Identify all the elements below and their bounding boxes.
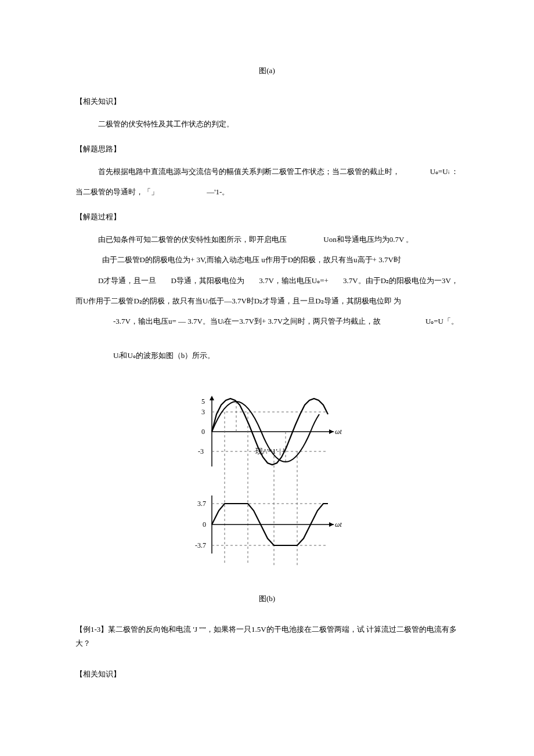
document-page: 图(a) 【相关知识】 二极管的伏安特性及其工作状态的判定。 【解题思路】 首先… [0,0,534,756]
idea-line-1-main: 首先根据电路中直流电源与交流信号的幅值关系判断二极管工作状态；当二极管的截止时， [98,165,400,178]
svg-text:5: 5 [201,397,205,406]
section-solution-process: 【解题过程】 [75,210,459,223]
waveform-svg: 5 3 0 -3 ωt [189,391,345,565]
process-p5-a: -3.7V，输出电压u= — 3.7V。当Uᵢ在一3.7V到+ 3.7V之间时，… [113,314,381,328]
example-1-3: 【例1-3】某二极管的反向饱和电流 'J '''''，如果将一只1.5V的干电池… [75,623,459,650]
svg-text:-3: -3 [198,447,204,455]
process-p5: -3.7V，输出电压u= — 3.7V。当Uᵢ在一3.7V到+ 3.7V之间时，… [75,314,459,328]
idea-line-1-formula: Uₒ=Uᵢ ： [430,165,459,178]
process-p3-b: D导通，其阳极电位为 [171,274,244,287]
process-p6: Uᵢ和Uₒ的波形如图（b）所示。 [75,349,459,362]
section-related-knowledge: 【相关知识】 [75,95,459,108]
svg-text:0: 0 [201,428,205,436]
process-p3-d: 3.7V。由于D₂的阳极电位为一3V， [343,274,459,287]
section-solution-idea: 【解题思路】 [75,142,459,155]
overlay-text: 现/\'*1' | ¹ [255,444,459,458]
idea-line-2-main: 当二极管的导通时，「」 [75,187,158,196]
svg-marker-3 [210,396,214,400]
idea-line-2-mid: —'1-。 [207,187,229,196]
svg-marker-1 [329,429,334,434]
svg-text:3.7: 3.7 [197,500,206,508]
related-knowledge-text: 二极管的伏安特性及其工作状态的判定。 [75,117,459,131]
svg-marker-18 [329,522,334,527]
process-p3-c: 3.7V，输出电压Uₒ=+ [259,274,329,287]
process-p4: 而U作用于二极管D₂的阴极，故只有当Uᵢ低于—3.7V时D₂才导通，且一旦D₂导… [75,294,459,308]
svg-text:0: 0 [203,520,206,529]
process-p1-b: Uon和导通电压均为0.7V 。 [323,235,413,244]
figure-b-caption: 图(b) [75,592,459,605]
idea-line-2: 当二极管的导通时，「」 —'1-。 [75,185,459,198]
figure-a-caption: 图(a) [75,64,459,77]
waveform-charts: 5 3 0 -3 ωt [75,391,459,569]
process-p2: 由于二极管D的阴极电位为+ 3V,而输入动态电压 u作用于D的阳极，故只有当u高… [75,253,459,266]
svg-text:-3.7: -3.7 [195,541,206,549]
process-p5-b: Uₒ=U「。 [425,314,459,328]
svg-text:3: 3 [201,408,205,416]
process-p3-a: D才导通，且一旦 [98,274,156,287]
svg-text:ωt: ωt [335,428,342,436]
process-p3: D才导通，且一旦 D导通，其阳极电位为 3.7V，输出电压Uₒ=+ 3.7V。由… [75,274,459,287]
section-related-knowledge-2: 【相关知识】 [75,667,459,681]
idea-line-1: 首先根据电路中直流电源与交流信号的幅值关系判断二极管工作状态；当二极管的截止时，… [75,165,459,178]
svg-text:ωt: ωt [335,520,342,529]
process-p1-a: 由已知条件可知二极管的伏安特性如图所示，即开启电压 [98,235,287,244]
process-p1: 由已知条件可知二极管的伏安特性如图所示，即开启电压 Uon和导通电压均为0.7V… [75,233,459,246]
